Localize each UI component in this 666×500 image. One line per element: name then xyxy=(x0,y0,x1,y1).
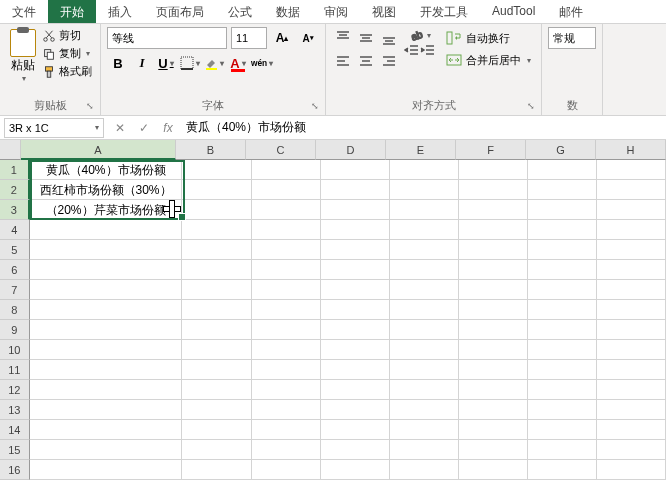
cell-G10[interactable] xyxy=(528,340,597,360)
align-bottom[interactable] xyxy=(378,27,400,49)
formula-input[interactable] xyxy=(180,118,666,138)
cell-D13[interactable] xyxy=(321,400,390,420)
cell-A15[interactable] xyxy=(30,440,183,460)
cell-G9[interactable] xyxy=(528,320,597,340)
wrap-text-button[interactable]: 自动换行 xyxy=(442,27,535,49)
cell-A1[interactable]: 黄瓜（40%）市场份额 xyxy=(30,160,183,180)
tab-审阅[interactable]: 审阅 xyxy=(312,0,360,23)
cell-H7[interactable] xyxy=(597,280,666,300)
font-name-select[interactable] xyxy=(107,27,227,49)
cell-B7[interactable] xyxy=(182,280,251,300)
cell-H2[interactable] xyxy=(597,180,666,200)
cell-E1[interactable] xyxy=(390,160,459,180)
cell-G7[interactable] xyxy=(528,280,597,300)
cell-C9[interactable] xyxy=(252,320,321,340)
cell-F6[interactable] xyxy=(459,260,528,280)
cell-F16[interactable] xyxy=(459,460,528,480)
cell-D3[interactable] xyxy=(321,200,390,220)
cell-A7[interactable] xyxy=(30,280,183,300)
cell-A10[interactable] xyxy=(30,340,183,360)
cell-F12[interactable] xyxy=(459,380,528,400)
cell-C14[interactable] xyxy=(252,420,321,440)
cell-H16[interactable] xyxy=(597,460,666,480)
increase-font-button[interactable]: A▴ xyxy=(271,27,293,49)
cell-D9[interactable] xyxy=(321,320,390,340)
align-left[interactable] xyxy=(332,50,354,72)
row-header-14[interactable]: 14 xyxy=(0,420,30,440)
cell-C8[interactable] xyxy=(252,300,321,320)
tab-页面布局[interactable]: 页面布局 xyxy=(144,0,216,23)
cell-B4[interactable] xyxy=(182,220,251,240)
tab-邮件[interactable]: 邮件 xyxy=(547,0,595,23)
cell-B15[interactable] xyxy=(182,440,251,460)
cell-A4[interactable] xyxy=(30,220,183,240)
row-header-5[interactable]: 5 xyxy=(0,240,30,260)
col-header-A[interactable]: A xyxy=(21,140,176,160)
format-painter-button[interactable]: 格式刷 xyxy=(40,63,94,80)
tab-插入[interactable]: 插入 xyxy=(96,0,144,23)
italic-button[interactable]: I xyxy=(131,52,153,74)
cell-E13[interactable] xyxy=(390,400,459,420)
clipboard-dialog-launcher[interactable] xyxy=(86,101,98,113)
cell-D7[interactable] xyxy=(321,280,390,300)
cell-G13[interactable] xyxy=(528,400,597,420)
cell-B12[interactable] xyxy=(182,380,251,400)
cell-B2[interactable] xyxy=(182,180,251,200)
phonetic-button[interactable]: wén▾ xyxy=(251,52,273,74)
row-header-3[interactable]: 3 xyxy=(0,200,30,220)
font-color-button[interactable]: A▾ xyxy=(227,52,249,74)
cell-G1[interactable] xyxy=(528,160,597,180)
underline-button[interactable]: U▾ xyxy=(155,52,177,74)
col-header-G[interactable]: G xyxy=(526,140,596,160)
cell-F3[interactable] xyxy=(459,200,528,220)
row-header-16[interactable]: 16 xyxy=(0,460,30,480)
cut-button[interactable]: 剪切 xyxy=(40,27,94,44)
cell-F9[interactable] xyxy=(459,320,528,340)
cell-D11[interactable] xyxy=(321,360,390,380)
cell-A2[interactable]: 西红柿市场份额（30%） xyxy=(30,180,183,200)
row-header-11[interactable]: 11 xyxy=(0,360,30,380)
increase-indent[interactable] xyxy=(420,43,436,59)
grid[interactable]: 1黄瓜（40%）市场份额2西红柿市场份额（30%）3（20%）芹菜市场份额456… xyxy=(0,160,666,480)
tab-公式[interactable]: 公式 xyxy=(216,0,264,23)
row-header-10[interactable]: 10 xyxy=(0,340,30,360)
cell-H8[interactable] xyxy=(597,300,666,320)
col-header-H[interactable]: H xyxy=(596,140,666,160)
cell-A11[interactable] xyxy=(30,360,183,380)
cell-F5[interactable] xyxy=(459,240,528,260)
cell-H1[interactable] xyxy=(597,160,666,180)
col-header-C[interactable]: C xyxy=(246,140,316,160)
cell-C5[interactable] xyxy=(252,240,321,260)
row-header-8[interactable]: 8 xyxy=(0,300,30,320)
row-header-9[interactable]: 9 xyxy=(0,320,30,340)
number-format-select[interactable] xyxy=(548,27,596,49)
cell-D16[interactable] xyxy=(321,460,390,480)
cell-D10[interactable] xyxy=(321,340,390,360)
cell-H3[interactable] xyxy=(597,200,666,220)
cell-E4[interactable] xyxy=(390,220,459,240)
cell-D14[interactable] xyxy=(321,420,390,440)
cell-B11[interactable] xyxy=(182,360,251,380)
cell-C10[interactable] xyxy=(252,340,321,360)
tab-文件[interactable]: 文件 xyxy=(0,0,48,23)
cell-H5[interactable] xyxy=(597,240,666,260)
col-header-D[interactable]: D xyxy=(316,140,386,160)
cell-G16[interactable] xyxy=(528,460,597,480)
cell-A9[interactable] xyxy=(30,320,183,340)
cell-G3[interactable] xyxy=(528,200,597,220)
cell-G14[interactable] xyxy=(528,420,597,440)
cell-D2[interactable] xyxy=(321,180,390,200)
fx-icon[interactable]: fx xyxy=(156,116,180,140)
cell-A6[interactable] xyxy=(30,260,183,280)
name-box[interactable]: 3R x 1C▾ xyxy=(4,118,104,138)
border-button[interactable]: ▾ xyxy=(179,52,201,74)
cell-F8[interactable] xyxy=(459,300,528,320)
select-all-corner[interactable] xyxy=(0,140,21,160)
col-header-E[interactable]: E xyxy=(386,140,456,160)
cell-C1[interactable] xyxy=(252,160,321,180)
cell-F15[interactable] xyxy=(459,440,528,460)
cell-B14[interactable] xyxy=(182,420,251,440)
cell-G5[interactable] xyxy=(528,240,597,260)
bold-button[interactable]: B xyxy=(107,52,129,74)
cell-D4[interactable] xyxy=(321,220,390,240)
